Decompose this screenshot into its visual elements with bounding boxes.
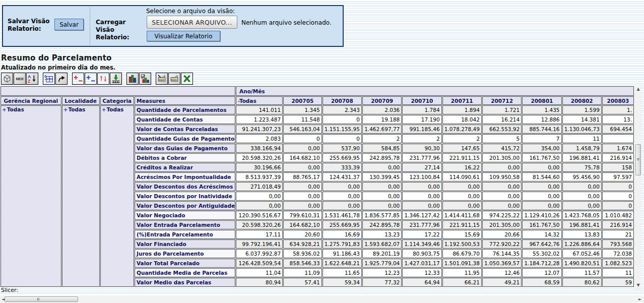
value-cell: 1.423.768,05 [562,211,602,220]
excel-icon [182,74,191,83]
value-cell: 0,00 [442,182,482,191]
thumb-grip [37,298,39,300]
page-subtitle: Atualizado no primeiro dia do mes. [1,64,115,71]
value-cell: 95.456,90 [562,172,602,181]
row-member-todas[interactable]: +Todas [1,105,61,287]
value-cell: 0,00 [482,163,522,172]
value-cell: 126.428.509,54 [236,259,283,268]
value-cell: 58.936,02 [283,249,322,258]
column-header[interactable]: -Todas [236,96,283,105]
value-cell: 80.903,75 [402,249,441,258]
value-cell: 0,00 [442,201,482,210]
save-button[interactable]: Salvar [54,19,84,30]
value-cell: 18.042 [442,115,482,124]
value-cell: 255.669,95 [323,220,362,229]
measure-label: Débitos a Cobrar [135,153,235,162]
expand-icon[interactable]: + [63,106,68,112]
collapse-icon[interactable]: - [238,98,239,104]
vertical-scrollbar-thumb[interactable] [635,144,641,175]
value-cell: 772.920,22 [482,239,522,249]
value-cell: 11,65 [323,268,362,277]
value-cell: 0,00 [323,192,362,201]
measure-label: Valor Total Parcelado [135,259,235,268]
value-cell: 2.083 [236,134,283,143]
value-cell: 0,00 [236,192,283,201]
value-cell: 1.130.046,73 [562,125,602,134]
value-cell: 242.895,78 [362,220,402,229]
measure-label: Créditos a Realizar [135,163,235,172]
value-cell: 221.911,15 [442,220,482,229]
vertical-scrollbar[interactable]: ▲ ▼ [634,86,642,290]
green-arrow-table-icon [111,74,120,83]
value-cell: 27,14 [402,163,441,172]
value-cell: 91.186,43 [323,249,362,258]
value-cell: 196.881,41 [562,220,602,229]
value-cell: 0 [323,134,362,143]
scroll-right-icon[interactable]: ► [637,295,643,303]
drill-position-button[interactable] [97,73,109,85]
expand-icon[interactable]: + [102,106,106,112]
value-cell: 1. [602,105,634,114]
load-view-label: Carregar Visão Relatorio: [96,19,144,41]
value-cell: 11.548 [283,115,322,124]
value-cell: 694.454 [602,125,634,134]
value-cell: 0,00 [522,182,561,191]
thumb-grip [637,158,639,160]
value-cell: 1.427.031,17 [402,259,441,268]
value-cell: 114.090,61 [442,172,482,181]
value-cell: 196.881,41 [562,153,602,162]
value-cell: 120.390.516,67 [236,211,283,220]
suppress-empty-button[interactable] [85,73,97,85]
drill-through-button[interactable] [110,73,122,85]
select-file-button[interactable]: SELECIONAR ARQUIVO... [147,16,237,29]
show-parent-members-button[interactable]: 0 [43,73,55,85]
value-cell: 11,04 [236,268,283,277]
print-pdf-button[interactable] [168,73,180,85]
value-cell: 55.302,02 [522,249,561,258]
scroll-down-icon[interactable]: ▼ [634,282,642,289]
value-cell: 1.501.091,38 [442,259,482,268]
value-cell: 123.100,84 [402,172,441,181]
value-cell: 20.598.320,26 [236,153,283,162]
value-cell: 0,00 [402,192,441,201]
value-cell: 0,00 [482,201,522,210]
horizontal-scrollbar[interactable]: ◄ ► [0,295,644,303]
chart-config-icon [141,74,150,83]
value-cell: 12,23 [362,268,402,277]
row-member-todas[interactable]: +Todas [62,105,100,287]
horizontal-scrollbar-thumb[interactable] [5,296,78,302]
value-cell: 333,39 [323,163,362,172]
page-title: Resumo do Parcelamento [1,53,112,63]
value-cell: 8.513.937,39 [236,172,283,181]
row-member-todas[interactable]: +Todas [100,105,134,287]
value-cell: 991.185,46 [402,125,441,134]
show-chart-button[interactable] [126,73,139,85]
value-cell: 67.052,46 [562,249,602,258]
bar-chart-icon [128,74,137,83]
value-cell: 0,00 [323,182,362,191]
scroll-up-icon[interactable]: ▲ [634,86,642,93]
value-cell: 2 [442,134,482,143]
export-excel-button[interactable] [181,73,193,85]
value-cell: 11 [602,268,634,277]
mdx-editor-button[interactable]: MDX [14,73,26,85]
column-header: 200802 [562,96,602,105]
value-cell: 75,78 [562,163,602,172]
olap-navigator-button[interactable] [1,73,13,85]
value-cell: 64,94 [402,278,441,287]
chart-config-button[interactable] [139,73,151,85]
value-cell: 967.642,76 [522,239,561,249]
value-cell: 124.431,37 [323,172,362,181]
row-header-gerencia: Gerência Regional [1,96,61,105]
swap-axes-button[interactable] [55,73,68,85]
expand-icon[interactable]: + [2,106,7,112]
show-properties-button[interactable] [72,73,84,85]
value-cell: 11,09 [283,268,322,277]
row-header-measures: Measures [135,96,235,105]
plus-minus-red-icon [74,74,83,83]
corner-cell [1,86,235,96]
print-config-button[interactable] [156,73,168,85]
view-report-button[interactable]: Visualizar Relatorio [147,31,220,41]
value-cell: 1.925.779,04 [362,259,402,268]
sort-settings-button[interactable]: AZ [26,73,38,85]
